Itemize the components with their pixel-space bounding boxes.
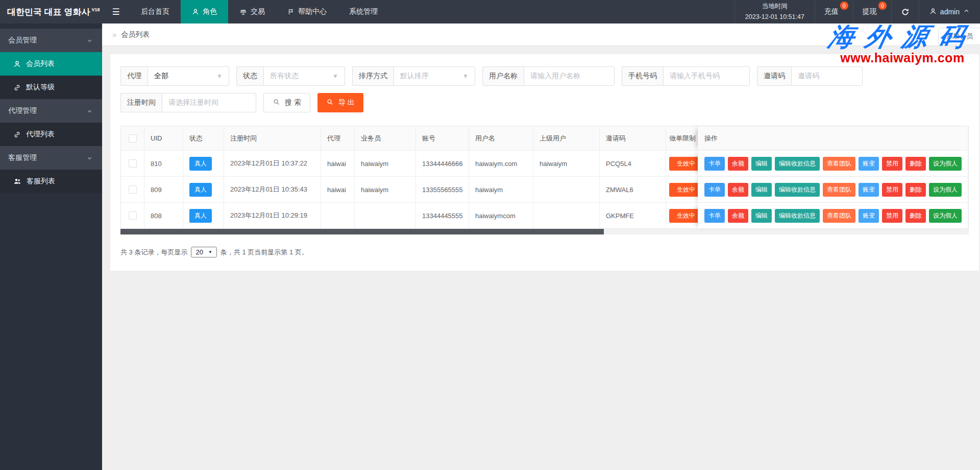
search-icon: [326, 98, 334, 107]
person-icon: [192, 8, 199, 15]
action-button-view-team[interactable]: 查看团队: [823, 183, 855, 197]
agent-select[interactable]: 全部 ▼: [148, 66, 229, 86]
table-row: 809真人2023年12月01日 10:35:43haiwaihaiwaiym1…: [121, 177, 968, 203]
parent-user-cell: haiwaiym: [533, 151, 600, 177]
action-button-edit-payment-info[interactable]: 编辑收款信息: [775, 209, 820, 223]
salesman-cell: [355, 203, 416, 229]
row-checkbox[interactable]: [129, 212, 137, 220]
table-header-row: UID 状态 注册时间 代理 业务员 账号 用户名 上级用户 邀请码 做单限制 …: [121, 126, 968, 151]
filter-status-label: 状态: [236, 66, 263, 86]
nav-item-help-center[interactable]: 帮助中心: [276, 0, 338, 24]
agent-cell: haiwai: [321, 151, 355, 177]
status-select[interactable]: 所有状态 ▼: [263, 66, 345, 86]
hamburger-icon[interactable]: ☰: [102, 0, 130, 24]
nav-item-label: 系统管理: [349, 7, 378, 16]
export-button[interactable]: 导 出: [317, 93, 363, 112]
uid-cell: 808: [144, 203, 183, 229]
filter-username-label: 用户名称: [482, 66, 524, 86]
chevron-down-icon: ▼: [462, 73, 469, 80]
sidebar-item-service-list[interactable]: 客服列表: [0, 170, 102, 193]
limit-status-button[interactable]: 生效中: [669, 157, 698, 171]
filter-regtime-label: 注册时间: [120, 93, 162, 112]
limit-status-button[interactable]: 生效中: [669, 183, 698, 197]
sidebar-item-label: 代理列表: [26, 130, 55, 139]
action-button-balance-change[interactable]: 账变: [859, 183, 879, 197]
salesman-cell: haiwaiym: [355, 151, 416, 177]
action-button-edit-payment-info[interactable]: 编辑收款信息: [775, 183, 820, 197]
select-all-checkbox[interactable]: [129, 134, 137, 143]
refresh-icon[interactable]: [891, 0, 919, 24]
action-button-view-team[interactable]: 查看团队: [823, 157, 855, 171]
parent-user-cell: [533, 203, 600, 229]
search-button[interactable]: 搜 索: [263, 93, 310, 112]
sidebar-group-agent-mgmt[interactable]: 代理管理: [0, 99, 102, 123]
chevron-down-icon: [86, 155, 93, 161]
action-button-set-fake[interactable]: 设为假人: [929, 183, 962, 197]
scrollbar-thumb[interactable]: [120, 229, 604, 234]
filter-row-1: 代理 全部 ▼ 状态 所有状态 ▼ 排序方式: [120, 66, 969, 86]
nav-item-trade[interactable]: 交易: [228, 0, 276, 24]
filter-agent: 代理 全部 ▼: [120, 66, 229, 86]
filter-regtime: 注册时间 请选择注册时间: [120, 93, 256, 112]
sidebar-item-label: 客服列表: [27, 177, 55, 186]
filter-invite-code: 邀请码 邀请码: [757, 66, 863, 86]
recharge-button[interactable]: 充值 0: [815, 0, 853, 24]
user-menu[interactable]: admin: [919, 0, 980, 24]
nav-item-roles[interactable]: 角色: [181, 0, 228, 24]
header-parent-user: 上级用户: [533, 126, 600, 151]
status-cell: 真人: [183, 177, 224, 203]
row-checkbox[interactable]: [129, 185, 137, 194]
action-button-disable[interactable]: 禁用: [882, 209, 902, 223]
action-button-edit-payment-info[interactable]: 编辑收款信息: [775, 157, 820, 171]
action-button-delete[interactable]: 删除: [905, 183, 926, 197]
status-select-placeholder: 所有状态: [270, 72, 299, 81]
regtime-input[interactable]: 请选择注册时间: [162, 93, 256, 112]
link-icon: [13, 131, 21, 138]
sort-select[interactable]: 默认排序 ▼: [394, 66, 475, 86]
username-input[interactable]: 请输入用户名称: [524, 66, 615, 86]
action-button-balance[interactable]: 余额: [728, 157, 748, 171]
action-button-balance[interactable]: 余额: [728, 183, 748, 197]
pagination: 共 3 条记录，每页显示 20 ▼ 条，共 1 页当前显示第 1 页。: [120, 247, 969, 257]
sidebar-item-member-list[interactable]: 会员列表: [0, 52, 102, 76]
chevron-down-icon: ▼: [216, 73, 223, 80]
parent-user-cell: [533, 177, 600, 203]
action-button-view-team[interactable]: 查看团队: [823, 209, 855, 223]
action-button-card-order[interactable]: 卡单: [704, 209, 725, 223]
action-button-set-fake[interactable]: 设为假人: [929, 209, 962, 223]
limit-status-button[interactable]: 生效中: [669, 209, 698, 223]
nav-item-dashboard[interactable]: 后台首页: [130, 0, 181, 24]
scale-icon: [239, 8, 247, 16]
action-button-edit[interactable]: 编辑: [751, 157, 772, 171]
phone-input[interactable]: 请输入手机号码: [663, 66, 750, 86]
action-button-card-order[interactable]: 卡单: [704, 183, 725, 197]
sidebar-item-default-level[interactable]: 默认等级: [0, 76, 102, 99]
action-button-disable[interactable]: 禁用: [882, 157, 902, 171]
withdraw-button[interactable]: 提现 0: [853, 0, 891, 24]
breadcrumb-arrow-icon: »: [112, 30, 116, 39]
nav-item-system-mgmt[interactable]: 系统管理: [338, 0, 389, 24]
sidebar-group-member-mgmt[interactable]: 会员管理: [0, 29, 102, 52]
sidebar-group-service-mgmt[interactable]: 客服管理: [0, 146, 102, 170]
action-button-edit[interactable]: 编辑: [751, 183, 772, 197]
action-button-edit[interactable]: 编辑: [751, 209, 772, 223]
action-button-delete[interactable]: 删除: [905, 209, 926, 223]
row-checkbox[interactable]: [129, 159, 137, 168]
action-button-delete[interactable]: 删除: [905, 157, 926, 171]
action-button-balance-change[interactable]: 账变: [859, 209, 879, 223]
sidebar-item-agent-list[interactable]: 代理列表: [0, 123, 102, 146]
nav-item-label: 角色: [203, 7, 217, 16]
add-member-button[interactable]: 添加会员: [938, 28, 980, 45]
status-badge: 真人: [189, 209, 212, 223]
invite-code-input[interactable]: 邀请码: [791, 66, 863, 86]
pagination-total-text: 共 3 条记录，每页显示: [120, 248, 187, 257]
page-size-select[interactable]: 20 ▼: [191, 247, 216, 257]
action-button-balance[interactable]: 余额: [728, 209, 748, 223]
sidebar-group-label: 代理管理: [8, 106, 37, 115]
table-row: 808真人2023年12月01日 10:29:1913344445555haiw…: [121, 203, 968, 229]
action-button-balance-change[interactable]: 账变: [859, 157, 879, 171]
filter-sort-label: 排序方式: [352, 66, 394, 86]
action-button-set-fake[interactable]: 设为假人: [929, 157, 962, 171]
action-button-card-order[interactable]: 卡单: [704, 157, 725, 171]
action-button-disable[interactable]: 禁用: [882, 183, 902, 197]
